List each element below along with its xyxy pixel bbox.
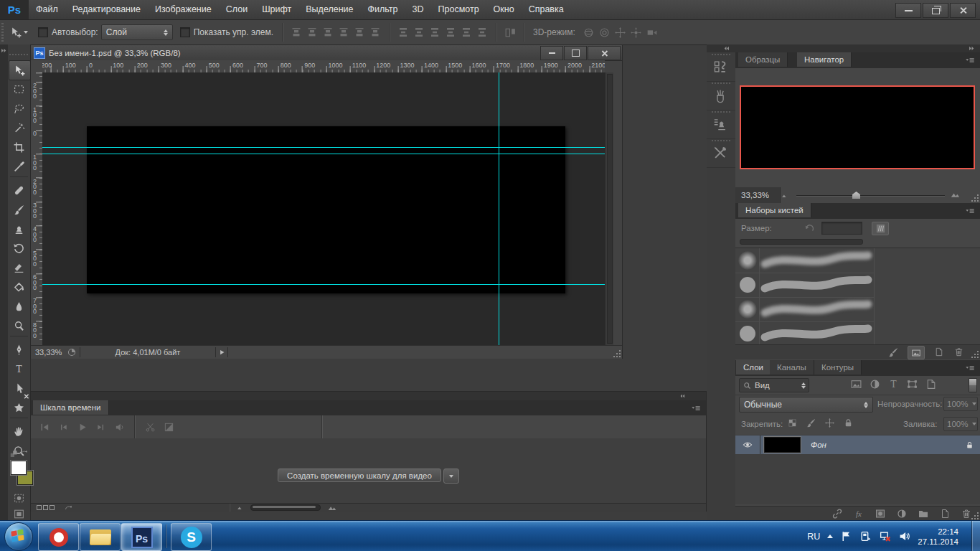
default-colors-icon[interactable] <box>9 449 19 459</box>
clone-stamp-tool[interactable] <box>9 220 29 238</box>
open-brush-panel-icon[interactable] <box>887 347 899 358</box>
guide-horizontal[interactable] <box>42 154 605 154</box>
spot-healing-brush-tool[interactable] <box>9 181 29 199</box>
lock-paint-button[interactable] <box>806 418 816 428</box>
doc-maximize-button[interactable] <box>564 46 587 60</box>
rectangular-marquee-tool[interactable] <box>9 80 29 98</box>
align-bottom-edges-button[interactable] <box>320 24 336 40</box>
doc-minimize-button[interactable] <box>540 46 563 60</box>
panel-resize-grip[interactable] <box>971 512 979 520</box>
auto-align-layers-button[interactable] <box>502 24 518 40</box>
clock[interactable]: 22:14 27.11.2014 <box>918 527 958 547</box>
navigator-zoom-slider-thumb[interactable] <box>852 192 860 199</box>
history-panel-button[interactable] <box>707 52 735 82</box>
vertical-ruler[interactable]: 2001000100200300400500600700800900 <box>31 72 43 345</box>
new-layer-button[interactable] <box>939 508 951 519</box>
filter-smart-objects-button[interactable] <box>925 378 937 390</box>
show-desktop-button[interactable] <box>971 521 980 551</box>
options-grip[interactable] <box>1 23 4 42</box>
new-adjustment-layer-button[interactable] <box>896 508 908 519</box>
navigator-zoom-slider[interactable] <box>796 195 945 196</box>
align-top-edges-button[interactable] <box>288 24 304 40</box>
eraser-tool[interactable] <box>9 258 29 277</box>
restore-button[interactable] <box>923 3 948 18</box>
link-layers-button[interactable] <box>831 508 843 519</box>
new-brush-icon[interactable] <box>933 347 944 357</box>
zoom-in-navigator-icon[interactable] <box>949 190 961 199</box>
3d-drag-button[interactable] <box>613 24 628 40</box>
3d-roll-button[interactable] <box>597 24 613 40</box>
brush-size-input[interactable] <box>821 222 862 235</box>
split-at-playhead-button[interactable] <box>141 418 159 435</box>
panel-resize-grip[interactable] <box>971 194 979 202</box>
close-button[interactable] <box>950 3 976 18</box>
add-layer-mask-button[interactable] <box>875 508 886 519</box>
tool-presets-panel-button[interactable] <box>707 81 735 110</box>
layer-filter-toggle[interactable] <box>969 378 977 392</box>
type-tool[interactable] <box>9 359 29 378</box>
canvas-viewport[interactable] <box>42 72 605 345</box>
hidden-icons-button[interactable] <box>827 534 833 538</box>
toolbar-grip[interactable] <box>9 54 28 55</box>
document-title-bar[interactable]: Ps Без имени-1.psd @ 33,3% (RGB/8) <box>31 45 622 61</box>
filter-adjustment-layers-button[interactable] <box>869 378 881 390</box>
menu-item-image[interactable]: Изображение <box>148 0 219 19</box>
panel-menu-icon[interactable] <box>964 55 976 65</box>
layer-thumbnail[interactable] <box>764 437 801 453</box>
opacity-value-dropdown[interactable]: 100% <box>943 397 978 411</box>
zoom-out-navigator-icon[interactable] <box>780 192 789 199</box>
tab-paths[interactable]: Контуры <box>814 360 862 375</box>
panel-menu-icon[interactable] <box>964 206 976 216</box>
magic-wand-tool[interactable] <box>9 118 29 137</box>
panel-menu-icon[interactable] <box>964 363 976 373</box>
menu-item-filter[interactable]: Фильтр <box>361 0 405 19</box>
3d-rotate-button[interactable] <box>581 24 597 40</box>
next-frame-button[interactable] <box>91 418 110 435</box>
menu-item-edit[interactable]: Редактирование <box>65 0 148 19</box>
guide-horizontal[interactable] <box>42 147 605 148</box>
timeline-type-dropdown[interactable] <box>443 468 459 484</box>
action-center-flag-icon[interactable] <box>840 530 852 542</box>
enable-audio-button[interactable] <box>110 418 128 435</box>
menu-item-help[interactable]: Справка <box>522 0 571 19</box>
panel-menu-icon[interactable] <box>690 403 702 413</box>
history-brush-tool[interactable] <box>9 239 29 258</box>
dodge-tool[interactable] <box>9 316 29 335</box>
horizontal-ruler[interactable]: 2001000100200300400500600700800900100011… <box>42 60 605 73</box>
reset-size-icon[interactable] <box>804 222 815 234</box>
blend-mode-dropdown[interactable]: Обычные <box>739 397 873 413</box>
distribute-right-edges-button[interactable] <box>474 24 490 40</box>
tab-channels[interactable]: Каналы <box>770 360 814 375</box>
layer-style-button[interactable] <box>853 508 864 519</box>
brush-preset-row[interactable] <box>735 273 874 298</box>
menu-item-type[interactable]: Шрифт <box>255 0 298 19</box>
status-options-button[interactable] <box>216 347 228 357</box>
delete-brush-icon[interactable] <box>953 347 964 357</box>
3d-scale-button[interactable] <box>644 24 660 40</box>
layer-row-background[interactable]: Фон <box>735 435 980 454</box>
autoselect-checkbox[interactable] <box>38 27 48 37</box>
previous-frame-button[interactable] <box>54 418 72 435</box>
zoom-out-timeline-icon[interactable] <box>235 504 245 512</box>
play-button[interactable] <box>72 418 91 435</box>
tab-swatches[interactable]: Образцы <box>738 52 788 67</box>
network-disconnected-icon[interactable] <box>879 530 891 542</box>
filter-pixel-layers-button[interactable] <box>850 378 862 390</box>
transition-button[interactable] <box>159 418 178 435</box>
taskbar-opera-button[interactable] <box>38 523 79 551</box>
taskbar-skype-button[interactable]: S <box>171 523 212 551</box>
toggle-brush-panel-button[interactable] <box>872 222 889 235</box>
brush-preset-row[interactable] <box>735 321 874 346</box>
guide-vertical[interactable] <box>499 72 499 345</box>
menu-item-layers[interactable]: Слои <box>219 0 255 19</box>
distribute-bottom-edges-button[interactable] <box>427 24 443 40</box>
distribute-left-edges-button[interactable] <box>443 24 458 40</box>
start-button[interactable] <box>4 522 33 551</box>
distribute-horizontal-centers-button[interactable] <box>458 24 474 40</box>
pen-tool[interactable] <box>9 340 29 359</box>
fill-value-dropdown[interactable]: 100% <box>943 417 978 431</box>
brush-preset-row[interactable] <box>735 297 874 322</box>
align-right-edges-button[interactable] <box>367 24 383 40</box>
flatten-frames-icon[interactable] <box>63 503 74 512</box>
layer-filter-type-dropdown[interactable]: Вид <box>739 378 809 392</box>
